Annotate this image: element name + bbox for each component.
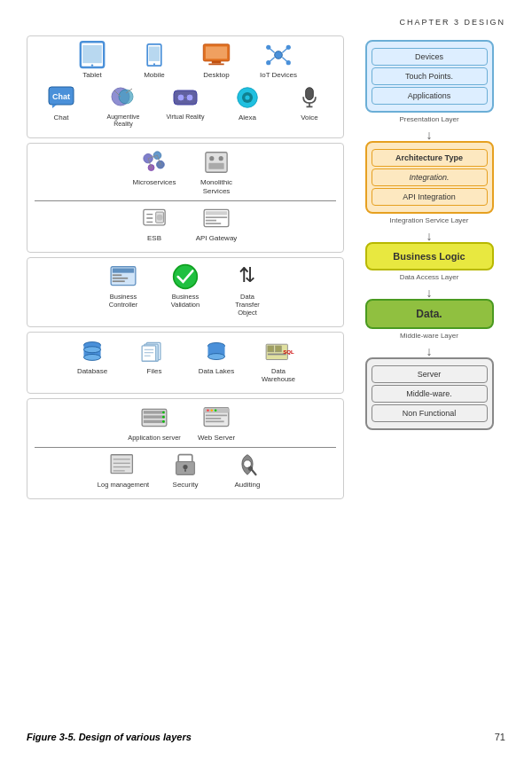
arch-type-box: Architecture Type (372, 149, 488, 167)
svg-point-65 (83, 347, 100, 353)
svg-rect-9 (208, 64, 223, 66)
svg-rect-58 (113, 278, 128, 279)
microservices-label: Microservices (133, 178, 176, 187)
alexa-item: Alexa (221, 84, 274, 129)
database-item: Database (66, 338, 119, 383)
middleware-inner-box: Middle-ware. (372, 385, 488, 403)
datalakes-item: Data Lakes (190, 338, 243, 383)
logmgmt-item: Log management (97, 451, 150, 490)
page-header: CHAPTER 3 DESIGN (27, 18, 505, 27)
svg-rect-59 (113, 280, 125, 282)
svg-rect-1 (82, 45, 102, 63)
tablet-item: Tablet (66, 42, 119, 80)
voice-label: Voice (301, 114, 318, 122)
desktop-icon (200, 42, 232, 68)
security-icon (169, 451, 201, 478)
svg-point-16 (286, 45, 291, 50)
vr-item: Virtual Reality (159, 84, 212, 129)
logmgmt-label: Log management (98, 481, 149, 489)
controller-label: BusinessController (109, 293, 138, 309)
voice-icon (293, 84, 325, 111)
svg-rect-94 (206, 421, 224, 423)
page-number: 71 (495, 732, 505, 742)
controller-icon (107, 263, 139, 290)
validation-label: BusinessValidation (171, 293, 200, 309)
microservices-item: Microservices (128, 149, 181, 195)
monolithic-item: Monolithic Services (190, 149, 243, 195)
ar-label: Augmentive Reality (97, 114, 150, 129)
database-icon (76, 338, 108, 364)
files-icon (138, 338, 170, 364)
svg-rect-93 (206, 418, 221, 419)
warehouse-label: DataWarehouse (262, 367, 295, 383)
validation-item: BusinessValidation (159, 263, 212, 317)
iot-item: IoT Devices (252, 42, 305, 80)
svg-rect-68 (142, 346, 156, 361)
svg-rect-33 (306, 87, 314, 99)
touchpoints-box: Touch Points. (372, 67, 488, 85)
appserver-label: Application server (128, 434, 181, 442)
warehouse-item: SQL DataWarehouse (252, 338, 305, 383)
svg-rect-95 (111, 454, 132, 473)
svg-point-38 (157, 161, 165, 169)
svg-point-23 (119, 90, 133, 104)
logmgmt-icon (107, 451, 139, 478)
svg-point-18 (286, 60, 291, 65)
svg-point-15 (266, 45, 270, 50)
svg-rect-76 (268, 346, 274, 352)
chat-label: Chat (54, 114, 69, 122)
files-item: Files (128, 338, 181, 383)
svg-rect-51 (206, 211, 227, 215)
arrow-4: ↓ (426, 345, 433, 357)
svg-rect-7 (206, 46, 227, 59)
integration-layer-label: Integration Service Layer (390, 216, 469, 224)
right-panel: Devices Touch Points. Applications Prese… (353, 35, 505, 709)
presentation-layer-label: Presentation Layer (399, 115, 458, 123)
esb-label: ESB (147, 234, 161, 243)
svg-point-28 (186, 94, 193, 101)
arrow-2: ↓ (426, 230, 433, 242)
auditing-icon (231, 451, 263, 478)
svg-point-91 (215, 410, 217, 412)
chapter-title: CHAPTER 3 DESIGN (399, 18, 505, 27)
business-section: BusinessController BusinessValidation (27, 257, 344, 327)
datalakes-icon (200, 338, 232, 364)
left-panel: Tablet Mobile (27, 35, 344, 709)
server-box: Server Middle-ware. Non Functional (365, 357, 494, 430)
iot-label: IoT Devices (260, 71, 297, 80)
iot-icon (262, 42, 294, 68)
svg-rect-43 (206, 153, 227, 173)
applications-box: Applications (372, 87, 488, 105)
devices-section: Tablet Mobile (27, 35, 344, 138)
controller-item: BusinessController (97, 263, 150, 317)
svg-point-85 (162, 416, 165, 419)
esb-item: ESB (128, 205, 181, 243)
svg-rect-83 (144, 420, 165, 423)
chat-item: Chat Chat (35, 84, 88, 129)
server-section: Application server (27, 398, 344, 499)
svg-rect-81 (144, 411, 165, 413)
svg-point-64 (83, 355, 100, 361)
svg-rect-52 (206, 216, 227, 218)
dto-label: DataTransferObject (235, 293, 260, 317)
validation-icon (169, 263, 201, 290)
svg-rect-4 (149, 46, 160, 60)
appserver-item: Application server (128, 404, 181, 443)
svg-rect-54 (206, 223, 221, 224)
tablet-icon (76, 42, 108, 68)
svg-rect-56 (113, 269, 134, 273)
dto-icon: ⇅ (231, 263, 263, 290)
dto-item: ⇅ DataTransferObject (221, 263, 274, 317)
svg-point-17 (266, 60, 270, 65)
apigateway-icon (200, 205, 232, 231)
security-item: Security (159, 451, 212, 490)
svg-rect-57 (113, 275, 121, 277)
alexa-icon (231, 84, 263, 111)
svg-rect-92 (206, 415, 227, 417)
warehouse-icon: SQL (262, 338, 294, 364)
business-logic-box: Business Logic (365, 242, 494, 270)
microservices-icon (138, 149, 170, 176)
svg-text:Chat: Chat (52, 92, 70, 101)
apigateway-label: API Gateway (196, 234, 238, 243)
vr-icon (169, 84, 201, 111)
